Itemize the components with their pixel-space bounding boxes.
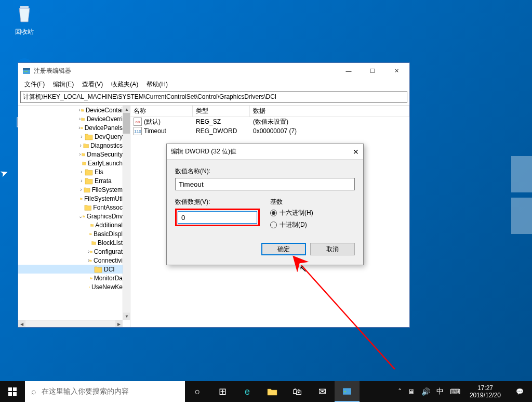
tree-item-label: Connectivi — [94, 257, 123, 264]
tree-item-usenewke[interactable]: UseNewKe — [18, 282, 123, 291]
scroll-down-icon[interactable]: ▼ — [123, 313, 130, 320]
edit-dword-dialog: 编辑 DWORD (32 位)值 ✕ 数值名称(N): 数值数据(V): 基数 … — [166, 144, 364, 265]
tree-item-errata[interactable]: ›Errata — [18, 176, 123, 185]
expander-icon[interactable]: › — [78, 134, 85, 139]
minimize-button[interactable]: — — [337, 63, 361, 79]
address-bar[interactable]: 计算机\HKEY_LOCAL_MACHINE\SYSTEM\CurrentCon… — [20, 91, 407, 103]
base-label: 基数 — [270, 198, 355, 206]
dialog-close-icon[interactable]: ✕ — [353, 148, 359, 156]
taskbar-search[interactable]: ⌕ 在这里输入你要搜索的内容 — [25, 381, 185, 402]
explorer-taskbar-icon[interactable] — [260, 381, 285, 402]
expander-icon[interactable]: › — [78, 178, 85, 184]
radio-hex-row[interactable]: 十六进制(H) — [270, 209, 355, 217]
tray-network-icon[interactable]: 🖥 — [407, 387, 416, 396]
regedit-title-bar[interactable]: 注册表编辑器 — ☐ ✕ — [18, 63, 409, 79]
tree-item-filesystem[interactable]: ›FileSystem — [18, 185, 123, 194]
value-row[interactable]: 110TimeoutREG_DWORD0x00000007 (7) — [130, 126, 409, 136]
tree-item-filesystemuti[interactable]: FileSystemUti — [18, 194, 123, 203]
tree-item-dci[interactable]: DCI — [18, 265, 123, 274]
col-name[interactable]: 名称 — [130, 106, 193, 116]
value-name-label: 数值名称(N): — [175, 167, 355, 176]
clock-time: 17:27 — [470, 384, 501, 392]
tree-item-label: DeviceContai — [86, 107, 123, 114]
cortana-icon[interactable]: ○ — [185, 381, 210, 402]
svg-rect-3 — [511, 156, 532, 192]
menu-edit[interactable]: 编辑(E) — [49, 79, 78, 90]
tree-item-blocklist[interactable]: BlockList — [18, 238, 123, 247]
tray-ime-icon[interactable]: 中 — [435, 387, 445, 396]
menu-file[interactable]: 文件(F) — [20, 79, 49, 90]
col-data[interactable]: 数据 — [250, 106, 409, 116]
expander-icon[interactable]: › — [78, 142, 83, 148]
tree-item-label: GraphicsDriv — [87, 213, 123, 220]
svg-rect-11 — [13, 387, 17, 391]
tree-item-monitorda[interactable]: MonitorDa — [18, 274, 123, 282]
expander-icon[interactable]: › — [78, 169, 85, 175]
tree-item-devquery[interactable]: ›DevQuery — [18, 132, 123, 141]
value-data-input[interactable] — [178, 211, 257, 224]
tree-item-earlylaunch[interactable]: EarlyLaunch — [18, 159, 123, 167]
scroll-up-icon[interactable]: ▲ — [123, 106, 130, 113]
radio-hex[interactable] — [270, 210, 277, 216]
value-type: REG_SZ — [193, 118, 250, 126]
dialog-title-bar[interactable]: 编辑 DWORD (32 位)值 ✕ — [167, 144, 363, 160]
tree-item-label: BlockList — [98, 239, 123, 247]
tree-item-label: Configurat — [94, 248, 123, 255]
close-button[interactable]: ✕ — [384, 63, 408, 79]
values-header[interactable]: 名称 类型 数据 — [130, 106, 409, 117]
tree-item-label: DmaSecurity — [87, 151, 123, 158]
mail-taskbar-icon[interactable]: ✉ — [310, 381, 335, 402]
tree-item-basicdispl[interactable]: BasicDispl — [18, 229, 123, 238]
tray-keyboard-icon[interactable]: ⌨ — [449, 387, 461, 396]
value-row[interactable]: ab(默认)REG_SZ(数值未设置) — [130, 117, 409, 126]
tray-volume-icon[interactable]: 🔊 — [420, 387, 431, 396]
tray-chevron-icon[interactable]: ˄ — [397, 387, 403, 396]
scroll-thumb[interactable] — [123, 113, 130, 134]
tree-item-connectivi[interactable]: ›Connectivi — [18, 256, 123, 265]
tree-item-label: Diagnostics — [90, 142, 123, 149]
scroll-right-icon[interactable]: ▶ — [115, 320, 123, 327]
regedit-title: 注册表编辑器 — [34, 67, 71, 75]
menu-view[interactable]: 查看(V) — [78, 79, 107, 90]
svg-rect-4 — [511, 198, 532, 234]
tree-item-devicecontai[interactable]: ›DeviceContai — [18, 106, 123, 114]
dialog-title: 编辑 DWORD (32 位)值 — [171, 147, 236, 156]
tree-item-label: DevicePanels — [85, 124, 123, 132]
tree-item-diagnostics[interactable]: ›Diagnostics — [18, 141, 123, 150]
store-taskbar-icon[interactable]: 🛍 — [285, 381, 310, 402]
start-button[interactable] — [0, 381, 25, 402]
tree-item-graphicsdriv[interactable]: ⌄GraphicsDriv — [18, 212, 123, 221]
notification-icon[interactable]: 💬 — [509, 381, 530, 402]
tree-item-label: Els — [95, 168, 103, 176]
tree-item-deviceoverri[interactable]: ›DeviceOverri — [18, 114, 123, 123]
tree-horizontal-scrollbar[interactable]: ◀ ▶ — [18, 320, 123, 327]
expander-icon[interactable]: ⌄ — [78, 213, 83, 219]
menu-help[interactable]: 帮助(H) — [142, 79, 172, 90]
tree-item-additional[interactable]: Additional — [18, 221, 123, 229]
value-type: REG_DWORD — [193, 127, 250, 135]
scroll-left-icon[interactable]: ◀ — [18, 320, 25, 327]
radio-dec[interactable] — [270, 222, 277, 228]
ok-button[interactable]: 确定 — [261, 243, 306, 255]
maximize-button[interactable]: ☐ — [361, 63, 384, 79]
tree-item-configurat[interactable]: ›Configurat — [18, 247, 123, 256]
value-data-label: 数值数据(V): — [175, 198, 260, 206]
radio-dec-row[interactable]: 十进制(D) — [270, 221, 355, 229]
tree-item-els[interactable]: ›Els — [18, 167, 123, 176]
edge-taskbar-icon[interactable]: e — [235, 381, 260, 402]
tree-vertical-scrollbar[interactable]: ▲ ▼ — [123, 106, 130, 320]
cancel-button[interactable]: 取消 — [310, 243, 355, 255]
value-name-input[interactable] — [175, 178, 355, 190]
tree-item-devicepanels[interactable]: ›DevicePanels — [18, 123, 123, 132]
menu-favorites[interactable]: 收藏夹(A) — [107, 79, 142, 90]
search-icon: ⌕ — [31, 387, 36, 396]
col-type[interactable]: 类型 — [193, 106, 250, 116]
expander-icon[interactable]: › — [78, 187, 84, 192]
taskbar-clock[interactable]: 17:27 2019/12/20 — [466, 384, 505, 399]
system-tray: ˄ 🖥 🔊 中 ⌨ 17:27 2019/12/20 💬 — [395, 381, 532, 402]
tree-item-fontassoc[interactable]: FontAssoc — [18, 203, 123, 212]
regedit-taskbar-icon[interactable] — [335, 381, 360, 402]
task-view-icon[interactable]: ⊞ — [210, 381, 235, 402]
tree-item-dmasecurity[interactable]: ›DmaSecurity — [18, 150, 123, 159]
desktop-recycle-bin[interactable]: 回收站 — [5, 3, 44, 36]
